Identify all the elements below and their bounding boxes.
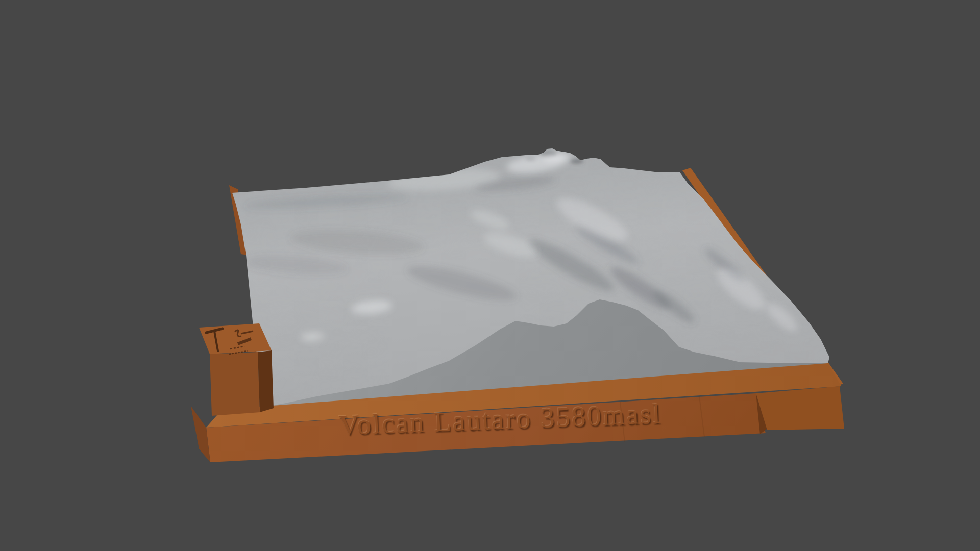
3d-viewport[interactable]: Volcan Lautaro 3580masl [0,0,980,551]
corner-block-top-face [199,323,272,354]
terrain-model-render [0,0,980,551]
base-right-chamfer [756,386,844,430]
corner-block-front-face [210,352,260,416]
corner-block-right-face [258,350,274,412]
